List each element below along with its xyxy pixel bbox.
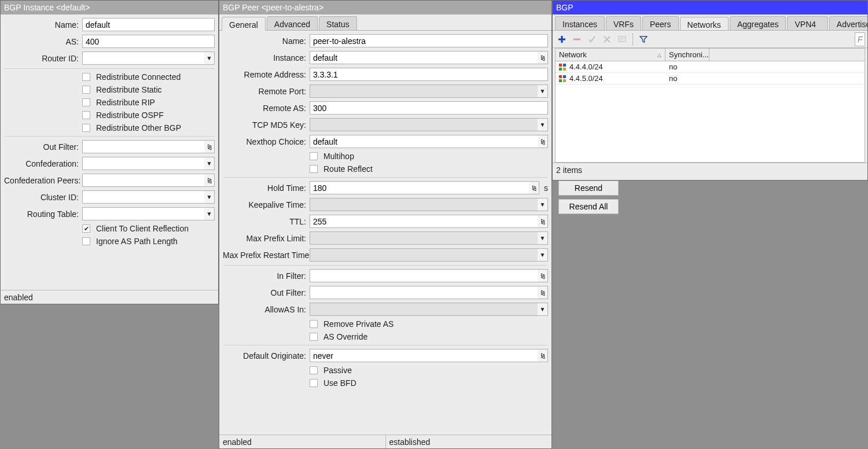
peer-remoteas-input[interactable]: [310, 101, 548, 115]
table-row[interactable]: 4.4.4.0/24no: [556, 61, 865, 73]
peer-keepalive-input[interactable]: [310, 198, 538, 211]
instance-routingtable-input[interactable]: [82, 207, 204, 220]
chevron-down-icon[interactable]: ▼: [204, 207, 215, 220]
chk-remove-privateas[interactable]: [310, 320, 318, 328]
remove-icon[interactable]: [570, 32, 584, 46]
instance-outfilter-input[interactable]: [82, 140, 204, 153]
enable-icon[interactable]: [585, 32, 599, 46]
lbl-multihop: Multihop: [323, 152, 354, 161]
chk-redist-rip[interactable]: [82, 98, 90, 106]
peer-holdtime-input[interactable]: [310, 181, 529, 194]
lbl-peer-instance: Instance:: [223, 53, 310, 62]
filter-input[interactable]: F: [855, 32, 865, 46]
chk-as-override[interactable]: [310, 333, 318, 341]
instance-name-input[interactable]: [82, 18, 215, 31]
chk-redist-otherbgp[interactable]: [82, 124, 90, 132]
peer-title: BGP Peer <peer-to-alestra>: [219, 1, 551, 14]
lbl-redist-connected: Redistribute Connected: [96, 72, 181, 82]
chk-routereflect[interactable]: [310, 165, 318, 173]
peer-ttl-input[interactable]: [310, 215, 538, 228]
peer-status-right: established: [386, 435, 552, 448]
svg-rect-0: [619, 36, 626, 42]
instance-confed-input[interactable]: [82, 157, 204, 170]
tab-instances[interactable]: Instances: [555, 16, 605, 30]
tab-general[interactable]: General: [222, 17, 266, 31]
lbl-redist-static: Redistribute Static: [96, 85, 162, 94]
col-blank[interactable]: [709, 49, 865, 61]
tab-status[interactable]: Status: [319, 16, 357, 30]
peer-remoteport-input[interactable]: [310, 84, 538, 98]
updown-icon[interactable]: ⧎: [204, 140, 215, 153]
tab-advanced[interactable]: Advanced: [267, 16, 318, 30]
chk-passive[interactable]: [310, 366, 318, 374]
peer-md5-input[interactable]: [310, 118, 538, 131]
lbl-ignore-aspath: Ignore AS Path Length: [96, 237, 178, 246]
chevron-down-icon[interactable]: ▼: [538, 198, 548, 211]
lbl-routerid: Router ID:: [4, 54, 82, 63]
instance-confedpeers-input[interactable]: [82, 174, 204, 187]
sort-asc-icon: △: [657, 52, 661, 58]
peer-maxprefix-input[interactable]: [310, 231, 538, 245]
updown-icon[interactable]: ⧎: [529, 181, 539, 194]
resend-all-button[interactable]: Resend All: [558, 199, 619, 214]
chevron-down-icon[interactable]: ▼: [538, 118, 548, 131]
updown-icon[interactable]: ⧎: [538, 51, 548, 64]
chk-multihop[interactable]: [310, 152, 318, 160]
lbl-remote-port: Remote Port:: [223, 87, 310, 96]
updown-icon[interactable]: ⧎: [538, 349, 548, 362]
lbl-redist-ospf: Redistribute OSPF: [96, 111, 164, 120]
chk-redist-static[interactable]: [82, 86, 90, 94]
tab-networks[interactable]: Networks: [680, 17, 729, 31]
tab-vpn4routes[interactable]: VPN4 Routes: [787, 16, 827, 30]
updown-icon[interactable]: ⧎: [204, 174, 215, 187]
peer-infilter-input[interactable]: [310, 269, 538, 282]
tab-aggregates[interactable]: Aggregates: [730, 16, 786, 30]
tab-advertisements[interactable]: Advertisements: [829, 16, 867, 30]
instance-as-input[interactable]: [82, 35, 215, 48]
table-row[interactable]: 4.4.5.0/24no: [556, 73, 865, 84]
networks-grid: Network△ Synchroni... 4.4.4.0/24no4.4.5.…: [555, 48, 865, 163]
network-icon: [559, 64, 566, 71]
col-sync[interactable]: Synchroni...: [665, 49, 709, 61]
peer-maxprefixrestart-input[interactable]: [310, 248, 538, 262]
lbl-redist-otherbgp: Redistribute Other BGP: [96, 123, 181, 133]
instance-routerid-input[interactable]: [82, 51, 204, 65]
chevron-down-icon[interactable]: ▼: [204, 157, 215, 170]
chk-ignore-aspath[interactable]: [82, 237, 90, 245]
updown-icon[interactable]: ⧎: [538, 269, 548, 282]
col-network[interactable]: Network△: [556, 49, 665, 61]
peer-name-input[interactable]: [310, 34, 548, 47]
disable-icon[interactable]: [600, 32, 614, 46]
lbl-remove-privateas: Remove Private AS: [323, 319, 393, 329]
chevron-down-icon[interactable]: ▼: [538, 231, 548, 245]
chk-redist-connected[interactable]: [82, 73, 90, 81]
chevron-down-icon[interactable]: ▼: [538, 84, 548, 98]
peer-default-originate-input[interactable]: [310, 349, 538, 362]
peer-nexthop-input[interactable]: [310, 135, 538, 148]
updown-icon[interactable]: ⧎: [538, 286, 548, 299]
peer-allowas-input[interactable]: [310, 303, 538, 316]
updown-icon[interactable]: ⧎: [538, 135, 548, 148]
comment-icon[interactable]: [615, 32, 629, 46]
tab-vrfs[interactable]: VRFs: [606, 16, 641, 30]
lbl-as: AS:: [4, 37, 82, 46]
lbl-peer-name: Name:: [223, 36, 310, 46]
updown-icon[interactable]: ⧎: [538, 215, 548, 228]
peer-remoteaddr-input[interactable]: [310, 68, 548, 81]
instance-clusterid-input[interactable]: [82, 190, 204, 204]
chevron-down-icon[interactable]: ▼: [538, 303, 548, 316]
peer-instance-input[interactable]: [310, 51, 538, 64]
resend-button[interactable]: Resend: [558, 181, 619, 196]
add-icon[interactable]: [555, 32, 569, 46]
chevron-down-icon[interactable]: ▼: [538, 248, 548, 262]
lbl-nexthop: Nexthop Choice:: [223, 137, 310, 146]
peer-outfilter-input[interactable]: [310, 286, 538, 299]
chk-client-to-client[interactable]: [82, 225, 90, 233]
chk-redist-ospf[interactable]: [82, 111, 90, 119]
chk-use-bfd[interactable]: [310, 379, 318, 387]
filter-icon[interactable]: [637, 32, 650, 46]
tab-peers[interactable]: Peers: [642, 16, 679, 30]
lbl-routereflect: Route Reflect: [323, 164, 373, 174]
chevron-down-icon[interactable]: ▼: [204, 190, 215, 204]
chevron-down-icon[interactable]: ▼: [204, 51, 215, 65]
